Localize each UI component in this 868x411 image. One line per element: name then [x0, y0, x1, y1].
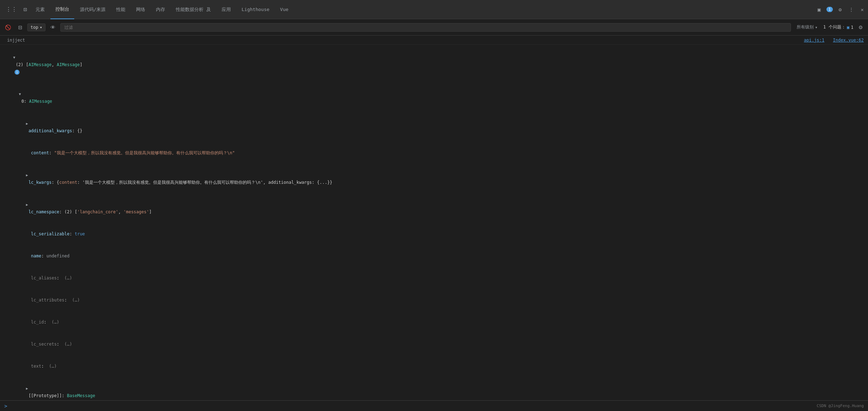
tab-memory[interactable]: 内存	[151, 0, 170, 19]
tab-lighthouse[interactable]: Lighthouse	[237, 0, 274, 19]
level-dropdown-arrow-icon: ▾	[815, 25, 818, 30]
settings-icon[interactable]: ⚙	[837, 5, 843, 14]
issues-badge-icon: ▣	[847, 25, 850, 30]
additional-kwargs-label: additional_kwargs	[26, 128, 72, 133]
info-badge[interactable]: i	[15, 70, 20, 75]
tab-performance[interactable]: 性能	[111, 0, 130, 19]
expand-root-icon[interactable]	[13, 54, 17, 61]
source-link-index[interactable]: Index.vue:62	[833, 38, 864, 43]
dropdown-arrow-icon: ▾	[40, 25, 42, 30]
top-nav: ⋮⋮ ⊡ 元素 控制台 源代码/来源 性能 网络 内存 性能数据分析 及 应用 …	[0, 0, 868, 19]
item-0-lc-attributes: lc_attributes: (…)	[0, 289, 868, 311]
messages-icon[interactable]: ▣	[816, 5, 822, 14]
item-0-label: 0: AIMessage	[19, 99, 52, 104]
item-0-lc-secrets: lc_secrets: (…)	[0, 333, 868, 355]
issues-number: 1	[851, 25, 853, 30]
console-content: (2) [AIMessage, AIMessage] i 0: AIMessag…	[0, 45, 868, 400]
device-toggle-icon[interactable]: ⊡	[21, 3, 30, 16]
item-0-lc-namespace[interactable]: lc_namespace: (2) ['langchain_core', 'me…	[0, 193, 868, 223]
bottom-bar: > CSDN @JingFeng.Huang	[0, 400, 868, 411]
messages-badge: 1	[826, 7, 833, 12]
watermark: CSDN @JingFeng.Huang	[817, 404, 864, 408]
item-0-lc-aliases: lc_aliases: (…)	[0, 267, 868, 289]
source-links: api.js:1 Index.vue:62	[804, 38, 864, 43]
prompt-arrow-icon: >	[4, 403, 7, 409]
source-link-api[interactable]: api.js:1	[804, 38, 825, 43]
item-0-prototype[interactable]: [[Prototype]]: BaseMessage	[0, 377, 868, 400]
item-0-aimessage[interactable]: 0: AIMessage	[0, 83, 868, 112]
item-0-lc-kwargs[interactable]: lc_kwargs: {content: '我是一个大模型，所以我没有感觉。但是…	[0, 164, 868, 193]
issues-count: 1 个问题： ▣ 1	[823, 24, 853, 30]
item-0-name: name: undefined	[0, 245, 868, 267]
expand-lc-kwargs-0-icon[interactable]	[26, 172, 30, 179]
item-0-content: content: "我是一个大模型，所以我没有感觉。但是我很高兴能够帮助你。有什…	[0, 142, 868, 164]
nav-right: ▣ 1 ⚙ ⋮ ✕	[816, 5, 865, 14]
expand-proto-0-icon[interactable]	[26, 385, 30, 392]
context-selector[interactable]: top ▾	[27, 23, 45, 31]
settings-console-button[interactable]: ⚙	[856, 23, 865, 32]
tab-vue[interactable]: Vue	[275, 0, 293, 19]
tab-network[interactable]: 网络	[131, 0, 150, 19]
item-0-lc-serializable: lc_serializable: true	[0, 223, 868, 245]
expand-0-icon[interactable]	[19, 91, 23, 98]
eye-filter-icon[interactable]: 👁	[48, 23, 58, 32]
inject-label: injject	[4, 37, 28, 43]
close-icon[interactable]: ✕	[859, 5, 865, 14]
root-label: (2) [AIMessage, AIMessage]	[13, 62, 82, 67]
filter-input[interactable]	[60, 23, 791, 32]
tab-elements[interactable]: 元素	[31, 0, 50, 19]
devtools-menu-icon[interactable]: ⋮⋮	[3, 3, 20, 16]
level-label: 所有级别	[797, 24, 814, 30]
expand-add-kwargs-icon[interactable]	[26, 120, 30, 127]
tab-application[interactable]: 应用	[217, 0, 236, 19]
more-icon[interactable]: ⋮	[847, 5, 855, 14]
clear-console-button[interactable]: 🚫	[3, 23, 13, 32]
item-0-text: text: (…)	[0, 355, 868, 377]
expand-lc-namespace-0-icon[interactable]	[26, 201, 30, 208]
issues-label: 1 个问题：	[823, 24, 845, 30]
level-selector[interactable]: 所有级别 ▾	[794, 23, 820, 32]
item-0-additional-kwargs[interactable]: additional_kwargs: {}	[0, 112, 868, 142]
tree-root[interactable]: (2) [AIMessage, AIMessage] i	[0, 46, 868, 83]
tab-sources[interactable]: 源代码/来源	[75, 0, 111, 19]
tab-profiler[interactable]: 性能数据分析 及	[171, 0, 216, 19]
context-label: top	[31, 25, 38, 30]
item-0-lc-id: lc_id: (…)	[0, 311, 868, 333]
tab-console[interactable]: 控制台	[50, 0, 74, 19]
collapse-button[interactable]: ⊟	[16, 23, 25, 32]
toolbar: 🚫 ⊟ top ▾ 👁 所有级别 ▾ 1 个问题： ▣ 1 ⚙	[0, 19, 868, 36]
